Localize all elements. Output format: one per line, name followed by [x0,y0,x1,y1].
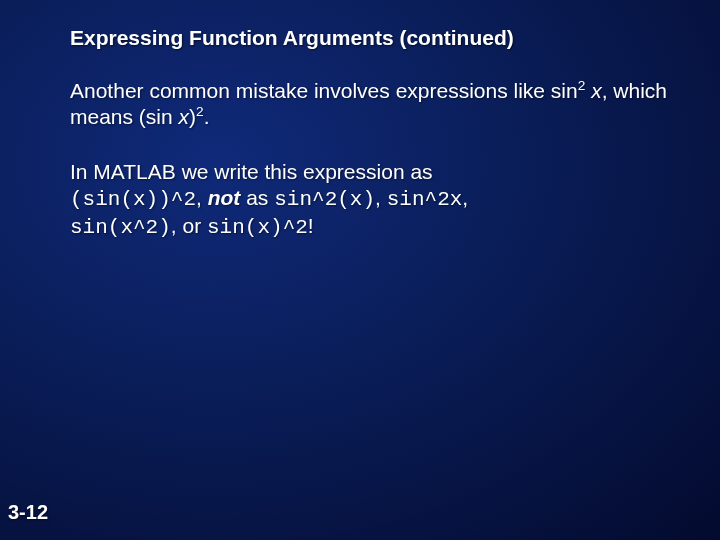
p1-period: . [204,105,210,128]
p2-sep3: , [375,186,387,209]
p1-close: ) [189,105,196,128]
p2-code4: sin(x^2) [70,216,171,239]
slide-content: Expressing Function Arguments (continued… [70,26,680,269]
p1-pre: Another common mistake involves expressi… [70,79,578,102]
p2-line1: In MATLAB we write this expression as [70,160,433,183]
p1-x1: x [591,79,602,102]
p2-not: not [208,186,241,209]
p2-code5: sin(x)^2 [207,216,308,239]
p2-code3: sin^2x [387,188,463,211]
p2-end: ! [308,214,314,237]
p2-sep4: , [462,186,468,209]
p2-sep2: as [240,186,274,209]
slide-title: Expressing Function Arguments (continued… [70,26,680,50]
p2-code1: (sin(x))^2 [70,188,196,211]
p2-sep5: , or [171,214,207,237]
p2-sep1: , [196,186,208,209]
page-number: 3-12 [8,501,48,524]
paragraph-2: In MATLAB we write this expression as (s… [70,159,680,242]
p1-x2: x [179,105,190,128]
p2-code2: sin^2(x) [274,188,375,211]
p1-sup2: 2 [196,104,204,119]
paragraph-1: Another common mistake involves expressi… [70,78,680,131]
